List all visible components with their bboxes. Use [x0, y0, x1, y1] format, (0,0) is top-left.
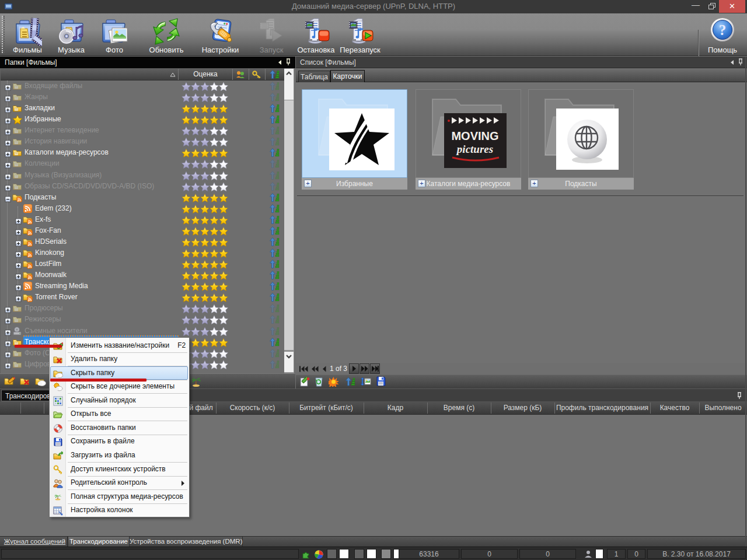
svg-text:?: ?	[719, 22, 727, 38]
svg-text:MOVING: MOVING	[451, 130, 498, 142]
svg-text:pictures: pictures	[456, 143, 493, 155]
